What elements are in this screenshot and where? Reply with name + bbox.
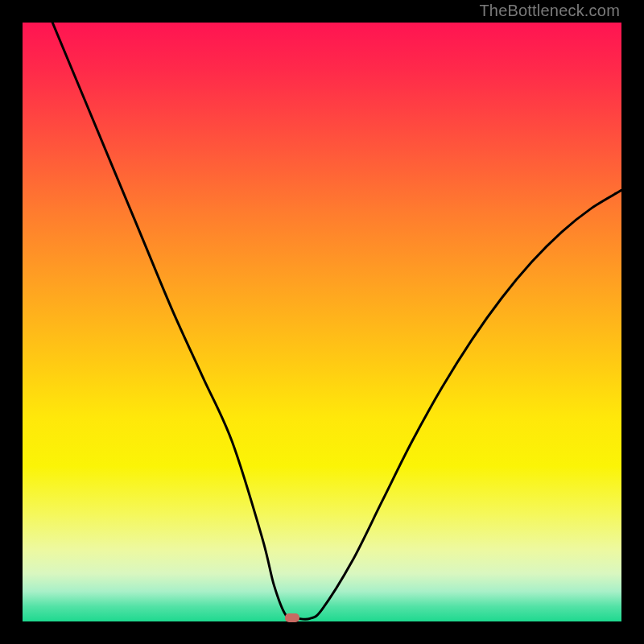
bottleneck-curve	[23, 23, 621, 621]
watermark-text: TheBottleneck.com	[479, 2, 620, 20]
chart-frame: TheBottleneck.com	[0, 0, 644, 644]
plot-area	[23, 23, 621, 621]
optimal-point-marker	[285, 613, 299, 622]
